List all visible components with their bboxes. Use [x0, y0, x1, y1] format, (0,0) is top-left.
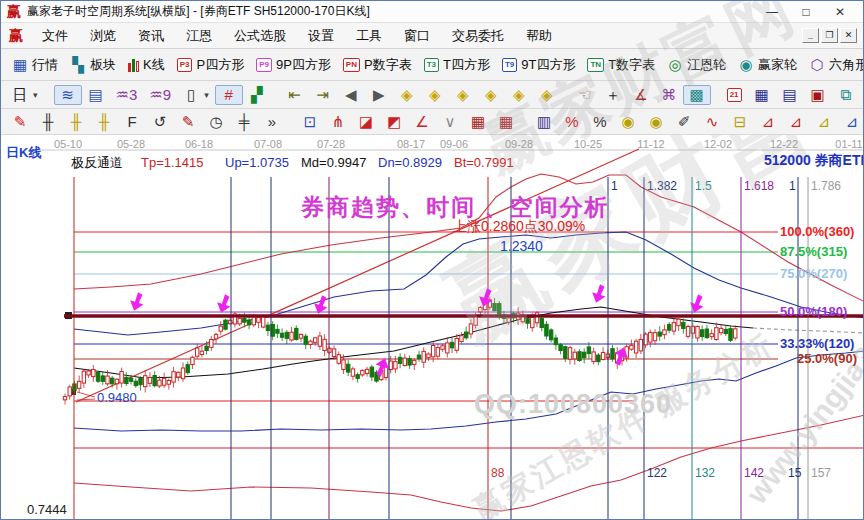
gold-angle-button[interactable]: ⊿	[810, 112, 838, 132]
t-number-table-button[interactable]: TNT数字表	[581, 54, 661, 76]
goto-first-button[interactable]: ⇤	[281, 85, 309, 105]
hexagon-button[interactable]: ⬡六角形	[803, 54, 863, 76]
v-wave-icon: ∨	[442, 114, 458, 130]
speed-lines-button[interactable]: ∠	[408, 112, 436, 132]
red-grid-1-icon: ▦	[470, 114, 486, 130]
p-square-button[interactable]: P3P四方形	[171, 54, 250, 76]
a-wave-button[interactable]: ∿	[698, 112, 726, 132]
save-disk-button[interactable]: ▣	[804, 85, 832, 105]
h-expand-button[interactable]: ◈	[449, 85, 477, 105]
fan-box-1-button[interactable]: ◪	[352, 112, 380, 132]
draw-pen-button[interactable]: ✎	[6, 112, 34, 132]
sector-blocks-button[interactable]: ▚板块	[64, 54, 122, 76]
gold-grid-1-button[interactable]: ╫	[62, 112, 90, 132]
menu-item-browse[interactable]: 浏览	[79, 24, 127, 48]
close-button[interactable]: ✕	[823, 5, 857, 19]
info-document-button[interactable]: ▤	[82, 85, 110, 105]
j-angle-icon: ⊿	[760, 114, 776, 130]
gann-wheel-button[interactable]: ◎江恩轮	[661, 54, 732, 76]
menu-item-gann[interactable]: 江恩	[175, 24, 223, 48]
crosshair-button[interactable]: ＋	[599, 85, 627, 105]
f-angle-button[interactable]: ⊿	[782, 112, 810, 132]
kline-chart-button[interactable]: K线	[122, 54, 171, 76]
step-back-button[interactable]: ◀	[337, 85, 365, 105]
channel-info-label: Dn=0.8929	[378, 155, 442, 170]
maximize-button[interactable]: □	[789, 5, 823, 19]
box-tool-button[interactable]: ⊡	[296, 112, 324, 132]
auto-analysis-button[interactable]: ▩	[683, 85, 711, 105]
menu-item-help[interactable]: 帮助	[515, 24, 563, 48]
trend-zigzag-button[interactable]: ≋	[54, 85, 82, 105]
red-grid-1-button[interactable]: ▦	[464, 112, 492, 132]
price-pen-button[interactable]: ✐	[670, 112, 698, 132]
f-grid-button[interactable]: F	[118, 112, 146, 132]
gold-circle-2-button[interactable]: ◉	[642, 112, 670, 132]
9t-square-button[interactable]: T99T四方形	[496, 54, 582, 76]
column-tool-button[interactable]: ▥	[530, 112, 558, 132]
shape-tool-button[interactable]: ⌘	[655, 85, 683, 105]
gold-circle-1-button[interactable]: ◉	[614, 112, 642, 132]
mdi-restore-button[interactable]: ❐	[821, 28, 838, 43]
date-label: 12-02	[704, 138, 732, 150]
kline-chart-canvas[interactable]: 8811.3821221.51321.6181421151.786157赢家财富…	[1, 135, 864, 520]
candle-style-button[interactable]: ▯▾	[177, 85, 215, 105]
v-wave-button[interactable]: ∨	[436, 112, 464, 132]
wave-9-button[interactable]: ♒9	[143, 85, 177, 105]
mdi-minimize-button[interactable]: _	[802, 28, 819, 43]
menu-item-tools[interactable]: 工具	[345, 24, 393, 48]
cycle-days-label: 132	[695, 466, 715, 480]
gold-grid-2-button[interactable]: ╫	[90, 112, 118, 132]
percent-button[interactable]: %	[586, 112, 614, 132]
period-day-button[interactable]: 日▾	[6, 85, 44, 105]
clock-cycle-button[interactable]: ◷	[202, 112, 230, 132]
angle-measure-button[interactable]: ∡	[627, 85, 655, 105]
menu-item-news[interactable]: 资讯	[127, 24, 175, 48]
mdi-close-button[interactable]: ✕	[840, 28, 857, 43]
gold-box-button[interactable]: ⊟	[726, 112, 754, 132]
gann-overlay-button[interactable]: #	[215, 85, 243, 105]
h-compress-button[interactable]: ◈	[477, 85, 505, 105]
v-compress-button[interactable]: ◈	[533, 85, 561, 105]
goto-last-button[interactable]: ⇥	[309, 85, 337, 105]
percent-wave-button[interactable]: %	[558, 112, 586, 132]
menu-item-trade-entrust[interactable]: 交易委托	[441, 24, 515, 48]
fan-box-2-button[interactable]: ◩	[380, 112, 408, 132]
menu-item-formula-stock-pick[interactable]: 公式选股	[223, 24, 297, 48]
menu-item-settings[interactable]: 设置	[297, 24, 345, 48]
9p-square-button[interactable]: P99P四方形	[250, 54, 337, 76]
speed-angle-button[interactable]: ⊿	[838, 112, 863, 132]
t-square-button[interactable]: T3T四方形	[418, 54, 496, 76]
red-grid-2-button[interactable]: ▦	[492, 112, 520, 132]
winner-wheel-button[interactable]: ◉赢家轮	[732, 54, 803, 76]
menu-item-window[interactable]: 窗口	[393, 24, 441, 48]
calendar-button[interactable]: 21	[721, 86, 748, 104]
print-button[interactable]: ⊞	[860, 85, 863, 105]
symbol-label: 512000 券商ETF	[764, 152, 864, 168]
date-label: 07-08	[254, 138, 282, 150]
report-list-button[interactable]: ▤	[776, 85, 804, 105]
market-quotes-button[interactable]: ▦行情	[6, 54, 64, 76]
wave-3-button[interactable]: ♒3	[110, 85, 144, 105]
minimize-button[interactable]: —	[755, 5, 789, 19]
fan-lines-button[interactable]: ⋔	[324, 112, 352, 132]
pen-grid-button[interactable]: ✎	[174, 112, 202, 132]
pan-hand-button[interactable]: ☜	[571, 85, 599, 105]
volume-histogram-button[interactable]: ▞	[243, 85, 271, 105]
calculator-button[interactable]: ▦	[748, 85, 776, 105]
j-angle-button[interactable]: ⊿	[754, 112, 782, 132]
v-expand-button[interactable]: ◈	[505, 85, 533, 105]
angle-measure-icon: ∡	[633, 87, 649, 103]
chart-area[interactable]: 8811.3821221.51321.6181421151.786157赢家财富…	[1, 135, 864, 520]
shift-right-button[interactable]: ◈	[421, 85, 449, 105]
more-tools-button[interactable]: »	[258, 112, 286, 132]
menu-item-file[interactable]: 文件	[31, 24, 79, 48]
ruler-grid-button[interactable]: ╪	[230, 112, 258, 132]
fib-level-label: 75.0%(270)	[780, 266, 847, 281]
p-number-table-button[interactable]: PNP数字表	[337, 54, 418, 76]
shift-left-button[interactable]: ◈	[393, 85, 421, 105]
gann-grid-button[interactable]: ╫	[34, 112, 62, 132]
step-forward-button[interactable]: ▶	[365, 85, 393, 105]
fib-level-label: 33.33%(120)	[780, 336, 854, 351]
spiral-button[interactable]: ↺	[146, 112, 174, 132]
send-screen-button[interactable]: ⧉	[832, 85, 860, 105]
